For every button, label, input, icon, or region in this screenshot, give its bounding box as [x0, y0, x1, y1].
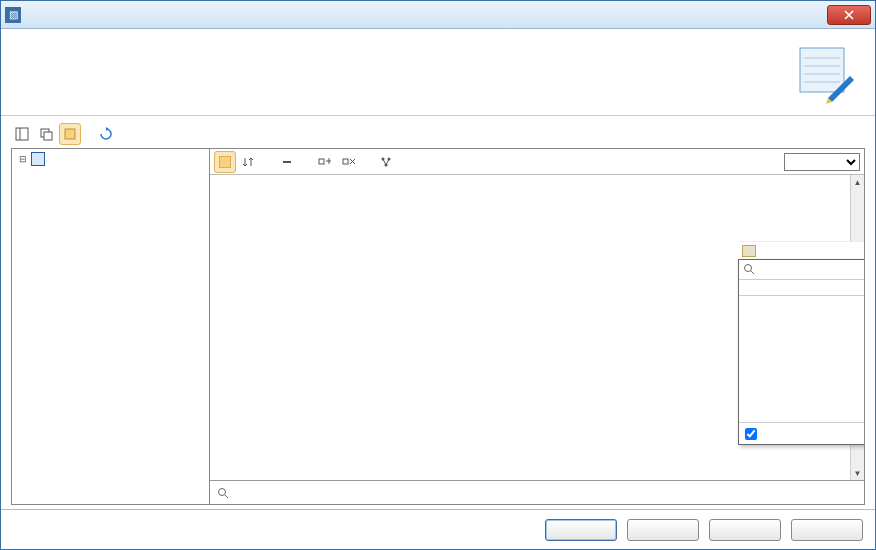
svg-rect-10: [44, 132, 52, 140]
refresh-icon: [99, 127, 113, 141]
search-icon: [216, 486, 230, 500]
svg-point-24: [745, 264, 752, 271]
properties-mode-select[interactable]: [784, 153, 860, 171]
dropdown-search-row: ▾: [739, 260, 864, 280]
dropdown-options[interactable]: [739, 296, 864, 422]
dialog-window: ▧: [0, 0, 876, 550]
apply-filter-checkbox[interactable]: [745, 428, 757, 440]
svg-line-27: [225, 495, 228, 498]
main-split: ⊟: [11, 148, 865, 505]
content-area: ⊟: [1, 116, 875, 509]
rp-tool-6[interactable]: [376, 151, 398, 173]
svg-point-26: [219, 488, 226, 495]
forward-button[interactable]: [709, 519, 781, 541]
properties-toolbar: [210, 149, 864, 175]
svg-rect-0: [800, 48, 844, 92]
property-filter-row: [210, 480, 864, 504]
toolbar-button-1[interactable]: [11, 123, 33, 145]
scroll-down-icon[interactable]: ▼: [851, 466, 864, 480]
back-button[interactable]: [627, 519, 699, 541]
value-dropdown: ▾: [738, 259, 864, 445]
dropdown-footer: [739, 422, 864, 444]
activity-icon: [742, 245, 756, 257]
help-button[interactable]: [791, 519, 863, 541]
search-icon: [743, 263, 755, 277]
left-toolbar: [11, 120, 865, 148]
header-panel: [1, 29, 875, 116]
tree-root[interactable]: ⊟: [14, 151, 207, 167]
svg-rect-16: [343, 159, 348, 164]
rp-tool-5[interactable]: [338, 151, 360, 173]
rp-tool-3[interactable]: [276, 151, 298, 173]
app-icon: ▧: [5, 7, 21, 23]
svg-rect-15: [319, 159, 324, 164]
property-list[interactable]: ▲ ▼ ▼: [210, 175, 864, 480]
svg-rect-14: [283, 161, 291, 163]
refresh-button[interactable]: [95, 123, 117, 145]
close-window-button[interactable]: [827, 5, 871, 25]
svg-line-25: [751, 271, 754, 274]
rp-tool-4[interactable]: [314, 151, 336, 173]
toolbar-button-3[interactable]: [59, 123, 81, 145]
toolbar-button-2[interactable]: [35, 123, 57, 145]
rp-tool-1[interactable]: [214, 151, 236, 173]
property-filter-input[interactable]: [236, 487, 858, 499]
class-icon: [31, 152, 45, 166]
svg-rect-7: [16, 128, 28, 140]
tree: ⊟: [12, 149, 209, 169]
rp-tool-sort[interactable]: [238, 151, 260, 173]
dropdown-match-line: [739, 280, 864, 296]
sort-icon: [243, 156, 255, 168]
scroll-up-icon[interactable]: ▲: [851, 175, 864, 189]
svg-rect-11: [65, 129, 75, 139]
header-illustration: [791, 39, 861, 109]
close-button[interactable]: [545, 519, 617, 541]
title-bar: ▧: [1, 1, 875, 29]
tree-panel[interactable]: ⊟: [12, 149, 210, 504]
svg-rect-13: [219, 156, 231, 168]
close-icon: [844, 10, 854, 20]
dropdown-search-input[interactable]: [759, 264, 864, 276]
classifier-behavior-value-cell[interactable]: ▼: [738, 241, 864, 260]
dialog-footer: [1, 509, 875, 549]
properties-panel: ▲ ▼ ▼: [210, 149, 864, 504]
collapse-icon[interactable]: ⊟: [18, 154, 28, 164]
